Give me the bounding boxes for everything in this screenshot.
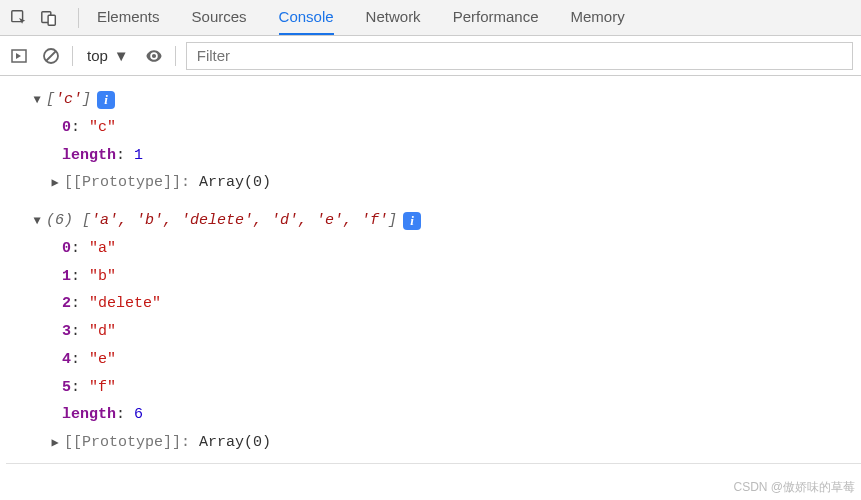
bracket: ] xyxy=(82,86,91,114)
clear-console-icon[interactable] xyxy=(40,45,62,67)
filter-input[interactable] xyxy=(186,42,853,70)
array-entry: 2: "delete" xyxy=(6,290,861,318)
array-length: length: 1 xyxy=(6,142,861,170)
tab-console[interactable]: Console xyxy=(279,0,334,35)
summary-items: 'a', 'b', 'delete', 'd', 'e', 'f' xyxy=(91,207,388,235)
subbar-separator xyxy=(175,46,176,66)
array-entry: 0: "c" xyxy=(6,114,861,142)
disclosure-open-icon[interactable]: ▼ xyxy=(30,89,44,111)
log-separator xyxy=(6,463,861,464)
info-icon[interactable]: i xyxy=(97,91,115,109)
watermark: CSDN @傲娇味的草莓 xyxy=(733,479,855,496)
array-entry: 4: "e" xyxy=(6,346,861,374)
inspect-icon[interactable] xyxy=(8,7,30,29)
live-expression-icon[interactable] xyxy=(143,45,165,67)
panel-tabs: Elements Sources Console Network Perform… xyxy=(89,0,853,35)
svg-line-5 xyxy=(46,51,56,61)
sidebar-toggle-icon[interactable] xyxy=(8,45,30,67)
bracket: [ xyxy=(82,207,91,235)
log-entry: ▼ ['c'] i 0: "c" length: 1 ▶ [[Prototype… xyxy=(6,86,861,197)
tab-performance[interactable]: Performance xyxy=(453,0,539,35)
summary-item: 'c' xyxy=(55,86,82,114)
context-label: top xyxy=(87,47,108,64)
array-entry: 1: "b" xyxy=(6,263,861,291)
array-summary[interactable]: ▼ (6) ['a', 'b', 'delete', 'd', 'e', 'f'… xyxy=(6,207,861,235)
array-entry: 0: "a" xyxy=(6,235,861,263)
prototype-row[interactable]: ▶ [[Prototype]]: Array(0) xyxy=(6,169,861,197)
console-output: ▼ ['c'] i 0: "c" length: 1 ▶ [[Prototype… xyxy=(0,76,861,464)
bracket: ] xyxy=(388,207,397,235)
chevron-down-icon: ▼ xyxy=(114,47,129,64)
toolbar-separator xyxy=(78,8,79,28)
array-entry: 5: "f" xyxy=(6,374,861,402)
tab-memory[interactable]: Memory xyxy=(571,0,625,35)
device-toggle-icon[interactable] xyxy=(38,7,60,29)
console-subbar: top ▼ xyxy=(0,36,861,76)
log-entry: ▼ (6) ['a', 'b', 'delete', 'd', 'e', 'f'… xyxy=(6,207,861,457)
svg-rect-2 xyxy=(48,15,55,25)
disclosure-closed-icon[interactable]: ▶ xyxy=(48,172,62,194)
array-length: length: 6 xyxy=(6,401,861,429)
array-summary[interactable]: ▼ ['c'] i xyxy=(6,86,861,114)
info-icon[interactable]: i xyxy=(403,212,421,230)
array-count: (6) xyxy=(46,207,82,235)
subbar-separator xyxy=(72,46,73,66)
disclosure-closed-icon[interactable]: ▶ xyxy=(48,432,62,454)
prototype-row[interactable]: ▶ [[Prototype]]: Array(0) xyxy=(6,429,861,457)
array-entry: 3: "d" xyxy=(6,318,861,346)
tab-sources[interactable]: Sources xyxy=(192,0,247,35)
disclosure-open-icon[interactable]: ▼ xyxy=(30,210,44,232)
context-selector[interactable]: top ▼ xyxy=(83,45,133,66)
tab-network[interactable]: Network xyxy=(366,0,421,35)
devtools-toolbar: Elements Sources Console Network Perform… xyxy=(0,0,861,36)
bracket: [ xyxy=(46,86,55,114)
tab-elements[interactable]: Elements xyxy=(97,0,160,35)
